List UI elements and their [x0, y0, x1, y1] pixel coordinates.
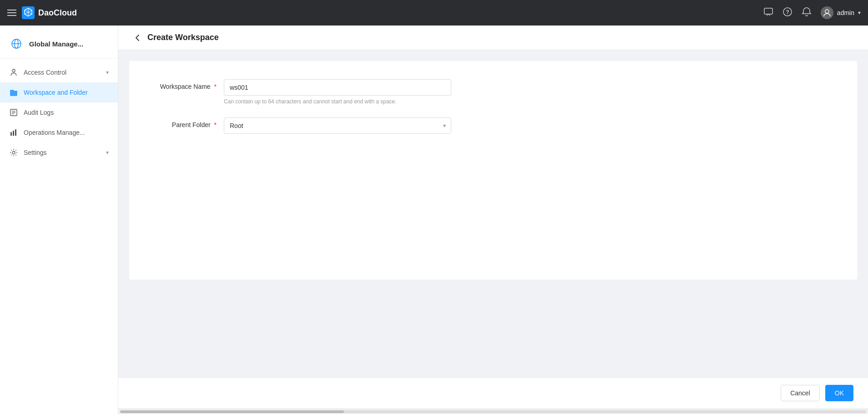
cancel-button[interactable]: Cancel [781, 385, 820, 401]
scrollbar-track [120, 410, 866, 413]
parent-folder-select[interactable]: Root [224, 118, 451, 134]
svg-rect-13 [10, 132, 12, 136]
content-area: Create Workspace Workspace Name * Can co… [118, 26, 868, 414]
user-menu-chevron-icon: ▾ [858, 10, 861, 16]
user-avatar [821, 6, 833, 19]
sidebar-item-operations-manage[interactable]: Operations Manage... [0, 123, 118, 143]
navbar-right: ? admin ▾ [763, 6, 861, 19]
svg-point-8 [12, 69, 15, 72]
settings-icon [9, 148, 18, 157]
sidebar-item-operations-manage-label: Operations Manage... [24, 129, 109, 136]
svg-rect-15 [15, 129, 16, 136]
message-icon[interactable] [763, 7, 773, 19]
bottom-scrollbar[interactable] [118, 409, 868, 414]
parent-folder-field: Root [224, 118, 451, 134]
workspace-name-row: Workspace Name * Can contain up to 64 ch… [151, 79, 835, 105]
page-title: Create Workspace [147, 33, 219, 42]
workspace-name-required: * [214, 83, 217, 90]
svg-rect-14 [13, 131, 14, 136]
parent-folder-select-wrapper: Root [224, 118, 451, 134]
workspace-name-label: Workspace Name * [151, 79, 224, 90]
notification-icon[interactable] [802, 7, 812, 19]
sidebar-item-access-control[interactable]: Access Control ▾ [0, 62, 118, 82]
global-manage-icon [9, 36, 24, 51]
sidebar: Global Manage... Access Control ▾ Worksp… [0, 26, 118, 414]
back-button[interactable] [133, 33, 142, 42]
access-control-chevron-icon: ▾ [106, 69, 109, 76]
form-card: Workspace Name * Can contain up to 64 ch… [129, 61, 857, 280]
brand-logo-area: DaoCloud [22, 6, 77, 19]
user-menu[interactable]: admin ▾ [821, 6, 861, 19]
svg-text:?: ? [786, 9, 789, 15]
help-icon[interactable]: ? [782, 7, 792, 19]
sidebar-item-access-control-label: Access Control [24, 69, 101, 76]
scrollbar-thumb [120, 410, 344, 413]
navbar: DaoCloud ? admin ▾ [0, 0, 868, 26]
sidebar-item-audit-logs-label: Audit Logs [24, 109, 109, 116]
parent-folder-label: Parent Folder * [151, 118, 224, 128]
workspace-name-hint: Can contain up to 64 characters and cann… [224, 98, 451, 105]
user-name-label: admin [837, 9, 854, 16]
operations-manage-icon [9, 128, 18, 137]
footer-bar: Cancel OK [118, 377, 868, 409]
brand-logo-icon [22, 6, 35, 19]
parent-folder-required: * [214, 121, 217, 128]
workspace-name-field: Can contain up to 64 characters and cann… [224, 79, 451, 105]
navbar-left: DaoCloud [7, 6, 763, 19]
workspace-name-input[interactable] [224, 79, 451, 96]
sidebar-header-label: Global Manage... [29, 40, 83, 48]
audit-logs-icon [9, 108, 18, 117]
main-layout: Global Manage... Access Control ▾ Worksp… [0, 26, 868, 414]
workspace-folder-icon [9, 88, 18, 97]
parent-folder-row: Parent Folder * Root [151, 118, 835, 134]
access-control-icon [9, 68, 18, 77]
page-header: Create Workspace [118, 26, 868, 50]
form-container: Workspace Name * Can contain up to 64 ch… [118, 50, 868, 377]
sidebar-item-audit-logs[interactable]: Audit Logs [0, 102, 118, 123]
settings-chevron-icon: ▾ [106, 149, 109, 156]
svg-point-4 [825, 10, 829, 13]
brand-name: DaoCloud [38, 8, 77, 18]
sidebar-item-settings[interactable]: Settings ▾ [0, 143, 118, 163]
svg-point-16 [12, 151, 15, 154]
sidebar-item-settings-label: Settings [24, 149, 101, 156]
sidebar-item-workspace-folder-label: Workspace and Folder [24, 89, 109, 96]
svg-rect-1 [764, 8, 772, 14]
sidebar-item-workspace-folder[interactable]: Workspace and Folder [0, 82, 118, 102]
ok-button[interactable]: OK [825, 385, 853, 401]
sidebar-header: Global Manage... [0, 29, 118, 59]
menu-toggle-button[interactable] [7, 10, 16, 16]
